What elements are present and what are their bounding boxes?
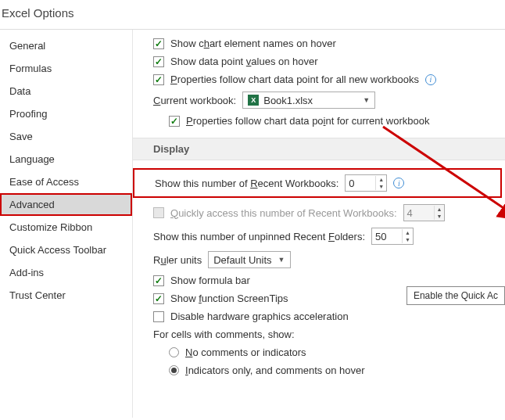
sidebar-item-language[interactable]: Language <box>0 148 132 171</box>
select-current-workbook[interactable]: X Book1.xlsx ▼ <box>242 92 375 109</box>
sidebar-item-advanced[interactable]: Advanced <box>0 193 132 216</box>
section-header-display: Display <box>133 138 505 160</box>
label-no-comments: No comments or indicators <box>185 346 306 358</box>
label-screentips: Show function ScreenTips <box>170 293 288 304</box>
info-icon[interactable]: i <box>425 74 436 85</box>
radio-no-comments[interactable] <box>169 347 179 357</box>
current-workbook-value: Book1.xlsx <box>263 95 313 106</box>
label-chart-element-names: Show chart element names on hover <box>170 38 336 49</box>
checkbox-hw-accel[interactable] <box>153 311 164 322</box>
label-indicators-only: Indicators only, and comments on hover <box>185 364 365 376</box>
label-quick-access-recent: Quickly access this number of Recent Wor… <box>170 207 397 219</box>
checkbox-data-point-values[interactable] <box>153 56 164 67</box>
sidebar-item-save[interactable]: Save <box>0 125 132 148</box>
excel-file-icon: X <box>248 95 259 106</box>
dropdown-arrow-icon: ▼ <box>278 256 285 264</box>
main-panel: Show chart element names on hover Show d… <box>133 30 505 418</box>
label-recent-folders: Show this number of unpinned Recent Fold… <box>153 231 365 242</box>
spinner-up-icon[interactable]: ▲ <box>403 229 413 236</box>
sidebar-item-proofing[interactable]: Proofing <box>0 102 132 125</box>
spinner-down-icon[interactable]: ▼ <box>403 236 413 243</box>
select-ruler-units[interactable]: Default Units ▼ <box>208 251 290 268</box>
label-formula-bar: Show formula bar <box>170 275 250 286</box>
label-data-point-values: Show data point values on hover <box>170 56 318 67</box>
label-comments-header: For cells with comments, show: <box>153 328 295 340</box>
spinner-quick-access: 4 ▲▼ <box>403 204 446 221</box>
quick-access-value: 4 <box>404 207 434 219</box>
highlight-recent-workbooks: Show this number of Recent Workbooks: 0 … <box>133 168 502 198</box>
checkbox-quick-access-recent[interactable] <box>153 207 164 218</box>
info-icon[interactable]: i <box>393 178 404 188</box>
label-recent-workbooks: Show this number of Recent Workbooks: <box>155 178 338 189</box>
checkbox-formula-bar[interactable] <box>153 275 164 286</box>
label-ruler-units: Ruler units <box>153 254 202 266</box>
sidebar-item-quick-access-toolbar[interactable]: Quick Access Toolbar <box>0 239 132 261</box>
sidebar-item-data[interactable]: Data <box>0 80 132 102</box>
content-area: General Formulas Data Proofing Save Lang… <box>0 29 505 418</box>
recent-folders-value[interactable]: 50 <box>372 231 402 242</box>
ruler-units-value: Default Units <box>213 254 271 266</box>
spinner-up-icon: ▲ <box>435 206 445 213</box>
checkbox-chart-element-names[interactable] <box>153 38 164 49</box>
sidebar-item-add-ins[interactable]: Add-ins <box>0 261 132 284</box>
checkbox-props-current-workbook[interactable] <box>169 116 180 127</box>
excel-options-window: Excel Options General Formulas Data Proo… <box>0 0 505 420</box>
radio-indicators-only[interactable] <box>169 365 179 375</box>
spinner-down-icon[interactable]: ▼ <box>376 183 386 190</box>
sidebar-item-ease-of-access[interactable]: Ease of Access <box>0 171 132 193</box>
checkbox-props-all-workbooks[interactable] <box>153 74 164 85</box>
label-props-current-workbook: Properties follow chart data point for c… <box>186 115 429 127</box>
spinner-up-icon[interactable]: ▲ <box>376 176 386 183</box>
spinner-down-icon: ▼ <box>435 213 445 220</box>
spinner-recent-workbooks[interactable]: 0 ▲▼ <box>345 174 387 192</box>
sidebar-item-general[interactable]: General <box>0 34 132 57</box>
tooltip-quick-access: Enable the Quick Ac <box>407 286 505 305</box>
label-current-workbook: Current workbook: <box>153 95 236 106</box>
checkbox-screentips[interactable] <box>153 293 164 304</box>
window-title: Excel Options <box>0 0 505 29</box>
dropdown-arrow-icon: ▼ <box>363 96 370 104</box>
label-hw-accel: Disable hardware graphics acceleration <box>170 311 349 322</box>
sidebar-item-formulas[interactable]: Formulas <box>0 57 132 80</box>
sidebar-item-trust-center[interactable]: Trust Center <box>0 284 132 307</box>
sidebar-item-customize-ribbon[interactable]: Customize Ribbon <box>0 216 132 239</box>
sidebar: General Formulas Data Proofing Save Lang… <box>0 30 133 418</box>
label-props-all-workbooks: Properties follow chart data point for a… <box>170 74 419 85</box>
recent-workbooks-value[interactable]: 0 <box>346 178 375 189</box>
spinner-recent-folders[interactable]: 50 ▲▼ <box>371 228 414 245</box>
